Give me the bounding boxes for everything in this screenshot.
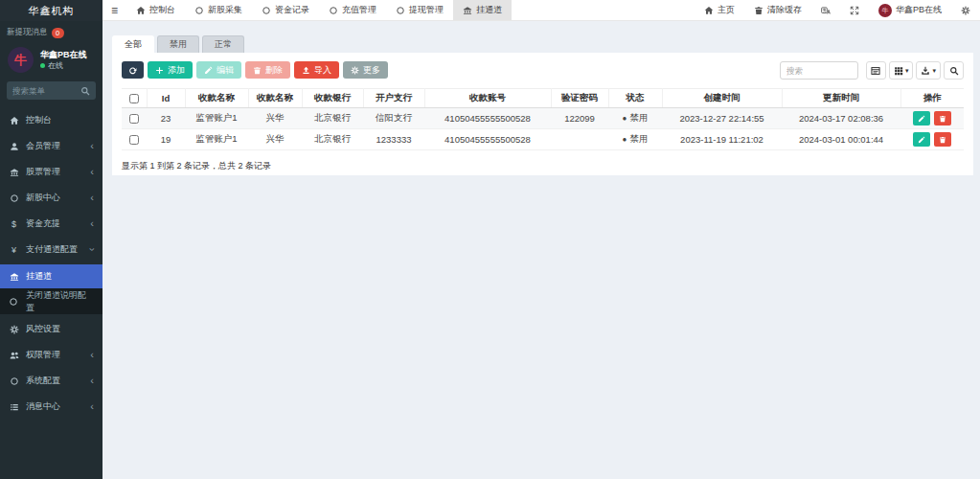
- menu-search-input[interactable]: [12, 86, 78, 96]
- edit-button[interactable]: 编辑: [196, 61, 241, 79]
- delete-button[interactable]: 删除: [245, 61, 290, 79]
- export-icon: [921, 66, 930, 76]
- tab-normal[interactable]: 正常: [202, 35, 244, 53]
- row-checkbox[interactable]: [129, 114, 139, 124]
- chevron-left-icon: ‹: [90, 193, 94, 203]
- nav-fullscreen[interactable]: [840, 0, 869, 20]
- chevron-down-icon: ‹: [87, 248, 98, 252]
- table-header-row: Id 收款名称 收款名称 收款银行 开户支行 收款账号 验证密码 状态 创建时间…: [122, 89, 964, 108]
- cell-bank: 北京银行: [302, 129, 363, 150]
- caret-down-icon: ▾: [932, 67, 936, 75]
- row-edit-button[interactable]: [913, 111, 930, 125]
- sidebar-item-risk-settings[interactable]: 风控设置: [0, 318, 103, 340]
- chevron-left-icon: ‹: [90, 376, 94, 386]
- bank-icon: [9, 168, 19, 177]
- sidebar-item-permissions[interactable]: 权限管理 ‹: [0, 344, 103, 366]
- cell-payee-name: 监管账户1: [185, 108, 248, 129]
- upload-icon: [302, 66, 310, 75]
- tab-disabled[interactable]: 禁用: [157, 35, 199, 53]
- row-checkbox[interactable]: [129, 135, 139, 145]
- sidebar-item-system-config[interactable]: 系统配置 ‹: [0, 370, 103, 392]
- col-payee-name2: 收款名称: [248, 89, 302, 108]
- withdraw-notice[interactable]: 新提现消息 0: [0, 21, 103, 42]
- users-icon: [9, 351, 19, 360]
- cell-account: 41050455555500528: [424, 129, 551, 150]
- main-content: 全部 禁用 正常 添加 编辑 删除 导入 更多 ▾ ▾: [103, 21, 980, 479]
- sidebar-item-message-center[interactable]: 消息中心 ‹: [0, 396, 103, 418]
- sidebar-item-close-channel-config[interactable]: 关闭通道说明配置: [0, 288, 103, 314]
- menu-search: [7, 81, 96, 100]
- trash-icon: [253, 66, 262, 75]
- sidebar-item-stocks[interactable]: 股票管理 ‹: [0, 161, 103, 183]
- table-row: 19 监管账户1 兴华 北京银行 1233333 410504555555005…: [122, 129, 964, 150]
- nav-language-switch[interactable]: [811, 0, 840, 20]
- nav-user-menu[interactable]: 牛 华鑫PB在线: [869, 0, 951, 20]
- card-view-icon: [871, 66, 880, 76]
- language-icon: [821, 6, 831, 15]
- caret-down-icon: ▾: [905, 67, 909, 75]
- refresh-button[interactable]: [122, 61, 144, 79]
- tab-all[interactable]: 全部: [112, 35, 154, 53]
- chevron-left-icon: ‹: [90, 167, 94, 177]
- more-button[interactable]: 更多: [343, 61, 388, 79]
- sidebar-item-members[interactable]: 会员管理 ‹: [0, 135, 103, 157]
- cell-code: [551, 129, 608, 150]
- col-actions: 操作: [900, 89, 964, 108]
- export-button[interactable]: ▾: [916, 61, 941, 80]
- user-name: 华鑫PB在线: [40, 49, 87, 60]
- nav-tab-recharge[interactable]: 充值管理: [319, 0, 386, 20]
- online-dot-icon: [40, 63, 45, 68]
- user-avatar: 牛: [8, 47, 34, 73]
- chevron-left-icon: ‹: [90, 141, 94, 151]
- sidebar-item-dashboard[interactable]: 控制台: [0, 109, 103, 131]
- top-navbar: ≡ 控制台 新股采集 资金记录 充值管理 提现管理 挂通道 主页: [103, 0, 980, 21]
- notice-count-badge: 0: [52, 28, 64, 38]
- status-dot-icon: ●: [623, 135, 627, 144]
- nav-clear-cache[interactable]: 清除缓存: [744, 0, 811, 20]
- nav-tab-withdraw[interactable]: 提现管理: [386, 0, 453, 20]
- cell-payee-name2: 兴华: [248, 129, 302, 150]
- yen-icon: ¥: [9, 245, 19, 255]
- nav-tab-dashboard[interactable]: 控制台: [126, 0, 185, 20]
- hamburger-icon[interactable]: ≡: [103, 0, 126, 20]
- row-delete-button[interactable]: [934, 132, 951, 147]
- cell-status: ●禁用: [608, 108, 662, 129]
- import-button[interactable]: 导入: [294, 61, 339, 79]
- cell-branch: 信阳支行: [363, 108, 424, 129]
- cell-created: 2023-12-27 22:14:55: [662, 108, 782, 129]
- detail-view-button[interactable]: [866, 61, 886, 80]
- sidebar-item-channel[interactable]: 挂通道: [0, 264, 103, 288]
- table-panel: 添加 编辑 删除 导入 更多 ▾ ▾: [112, 53, 973, 175]
- channel-table: Id 收款名称 收款名称 收款银行 开户支行 收款账号 验证密码 状态 创建时间…: [122, 88, 964, 150]
- fullscreen-icon: [850, 6, 859, 15]
- table-search-input[interactable]: [780, 61, 858, 80]
- search-icon[interactable]: [80, 86, 90, 96]
- user-status: 在线: [40, 60, 87, 71]
- trash-icon: [939, 115, 946, 123]
- nav-tab-fund-records[interactable]: 资金记录: [252, 0, 319, 20]
- nav-tab-new-stock[interactable]: 新股采集: [185, 0, 252, 20]
- col-branch: 开户支行: [363, 89, 424, 108]
- brand-title: 华鑫机构: [0, 0, 103, 21]
- cell-status: ●禁用: [608, 129, 662, 150]
- nav-settings[interactable]: [951, 0, 980, 20]
- add-button[interactable]: 添加: [148, 61, 193, 79]
- sidebar-item-new-stock-center[interactable]: 新股中心 ‹: [0, 187, 103, 209]
- select-all-checkbox[interactable]: [129, 94, 139, 103]
- sidebar-item-funds[interactable]: $ 资金充提 ‹: [0, 213, 103, 235]
- refresh-icon: [128, 66, 137, 75]
- pencil-icon: [918, 115, 925, 123]
- circle-icon: [329, 6, 338, 15]
- list-icon: [9, 402, 19, 412]
- cell-payee-name: 监管账户1: [185, 129, 248, 150]
- search-button[interactable]: [944, 61, 964, 80]
- row-edit-button[interactable]: [913, 132, 930, 147]
- columns-button[interactable]: ▾: [889, 61, 914, 80]
- cell-actions: [900, 108, 964, 129]
- status-dot-icon: ●: [623, 114, 627, 123]
- sidebar-item-payment-channel-config[interactable]: ¥ 支付通道配置 ‹: [0, 239, 103, 261]
- nav-home-link[interactable]: 主页: [695, 0, 744, 20]
- search-icon: [949, 66, 959, 76]
- row-delete-button[interactable]: [934, 111, 951, 125]
- nav-tab-channel[interactable]: 挂通道: [453, 0, 512, 20]
